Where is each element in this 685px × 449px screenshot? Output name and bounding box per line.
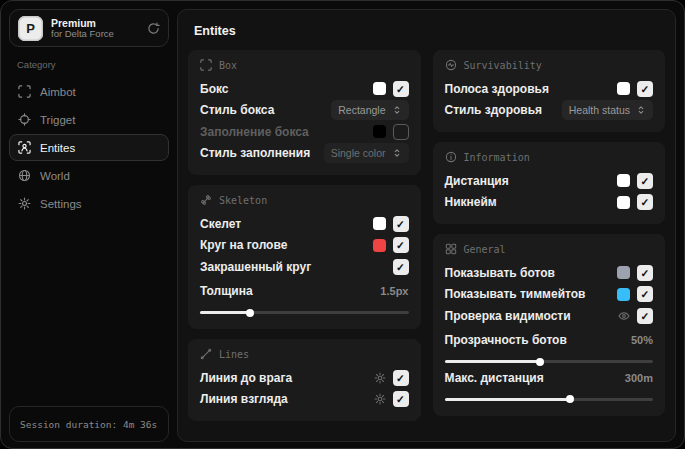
gear-icon[interactable]: [374, 372, 386, 384]
setting-row: Показывать тиммейтов ✓: [445, 284, 654, 306]
setting-row-slider: Толщина 1.5px: [200, 281, 409, 315]
setting-row: Проверка видимости ✓: [445, 305, 654, 327]
info-circle-icon: [445, 151, 457, 163]
setting-row: Стиль бокса Rectangle: [200, 100, 409, 122]
sidebar: P Premium for Delta Force Category Aimbo…: [1, 1, 177, 448]
setting-row: Бокс ✓: [200, 78, 409, 100]
setting-row-slider: Макс. дистанция 300m: [445, 367, 654, 401]
card-title: Skeleton: [219, 195, 267, 206]
sidebar-item-settings[interactable]: Settings: [9, 190, 169, 217]
gear-icon[interactable]: [374, 393, 386, 405]
bone-icon: [200, 194, 212, 206]
globe-icon: [18, 169, 31, 182]
viewfinder-icon: [200, 59, 212, 71]
sidebar-item-label: Aimbot: [40, 86, 76, 98]
eye-icon[interactable]: [618, 310, 630, 322]
health-style-select[interactable]: Health status: [562, 100, 653, 120]
checkbox[interactable]: ✓: [393, 370, 409, 386]
color-swatch[interactable]: [617, 288, 630, 301]
brand-subtitle: for Delta Force: [51, 29, 139, 40]
chevrons-up-down-icon: [392, 105, 402, 115]
card-title: Information: [464, 152, 530, 163]
setting-row: Дистанция ✓: [445, 170, 654, 192]
checkbox[interactable]: ✓: [637, 265, 653, 281]
setting-row: Заполнение бокса: [200, 121, 409, 143]
sidebar-item-label: Trigget: [40, 114, 75, 126]
bots-opacity-slider[interactable]: [445, 360, 654, 363]
chevrons-up-down-icon: [392, 148, 402, 158]
fill-style-select[interactable]: Single color: [324, 143, 409, 163]
sidebar-item-label: Settings: [40, 198, 82, 210]
slider-thumb[interactable]: [246, 309, 254, 317]
setting-row-slider: Прозрачность ботов 50%: [445, 330, 654, 364]
session-duration: Session duration: 4m 36s: [9, 406, 169, 442]
slider-value: 50%: [631, 334, 653, 346]
card-information: Information Дистанция ✓ Никнейм ✓: [433, 142, 666, 224]
card-survivability: Survivability Полоса здоровья ✓ Стиль зд…: [433, 50, 666, 132]
chevrons-up-down-icon: [636, 105, 646, 115]
grid-icon: [445, 243, 457, 255]
card-title: Lines: [219, 349, 249, 360]
card-skeleton: Skeleton Скелет ✓ Круг на голове ✓: [188, 185, 421, 329]
checkbox[interactable]: ✓: [637, 173, 653, 189]
color-swatch[interactable]: [373, 217, 386, 230]
brand-title: Premium: [51, 17, 139, 29]
refresh-icon[interactable]: [147, 22, 160, 35]
checkbox[interactable]: ✓: [637, 308, 653, 324]
main-panel: Entites Box Бокс: [177, 9, 676, 442]
sidebar-item-aimbot[interactable]: Aimbot: [9, 78, 169, 105]
setting-row: Закрашенный круг ✓: [200, 256, 409, 278]
max-distance-slider[interactable]: [445, 398, 654, 401]
checkbox[interactable]: [393, 124, 409, 140]
checkbox[interactable]: ✓: [393, 391, 409, 407]
app-window: P Premium for Delta Force Category Aimbo…: [0, 0, 685, 449]
person-scan-icon: [18, 141, 31, 154]
thickness-slider[interactable]: [200, 311, 409, 314]
box-style-select[interactable]: Rectangle: [331, 100, 408, 120]
gear-icon: [18, 197, 31, 210]
checkbox[interactable]: ✓: [637, 81, 653, 97]
category-label: Category: [17, 59, 177, 70]
card-title: General: [464, 244, 506, 255]
checkbox[interactable]: ✓: [637, 286, 653, 302]
sidebar-item-label: Entites: [40, 142, 75, 154]
sidebar-item-world[interactable]: World: [9, 162, 169, 189]
card-lines: Lines Линия до врага ✓: [188, 339, 421, 421]
color-swatch[interactable]: [617, 174, 630, 187]
card-box: Box Бокс ✓ Стиль бокса Rectangle: [188, 50, 421, 175]
sidebar-item-entites[interactable]: Entites: [9, 134, 169, 161]
crosshair-icon: [18, 113, 31, 126]
color-swatch[interactable]: [617, 266, 630, 279]
sidebar-item-label: World: [40, 170, 70, 182]
page-title: Entites: [194, 24, 665, 38]
card-title: Survivability: [464, 60, 542, 71]
card-general: General Показывать ботов ✓ Показывать ти…: [433, 234, 666, 416]
pulse-icon: [445, 59, 457, 71]
slider-thumb[interactable]: [536, 358, 544, 366]
viewfinder-icon: [18, 85, 31, 98]
setting-row: Линия взгляда ✓: [200, 389, 409, 411]
checkbox[interactable]: ✓: [393, 216, 409, 232]
checkbox[interactable]: ✓: [393, 259, 409, 275]
checkbox[interactable]: ✓: [393, 81, 409, 97]
brand-card: P Premium for Delta Force: [9, 9, 169, 47]
slider-value: 1.5px: [380, 285, 408, 297]
slider-thumb[interactable]: [566, 395, 574, 403]
color-swatch[interactable]: [617, 196, 630, 209]
slider-value: 300m: [625, 372, 653, 384]
color-swatch[interactable]: [617, 82, 630, 95]
checkbox[interactable]: ✓: [637, 194, 653, 210]
color-swatch[interactable]: [373, 82, 386, 95]
setting-row: Стиль заполнения Single color: [200, 143, 409, 165]
setting-row: Линия до врага ✓: [200, 367, 409, 389]
setting-row: Полоса здоровья ✓: [445, 78, 654, 100]
checkbox[interactable]: ✓: [393, 237, 409, 253]
setting-row: Показывать ботов ✓: [445, 262, 654, 284]
setting-row: Скелет ✓: [200, 213, 409, 235]
brand-logo: P: [18, 16, 43, 41]
color-swatch[interactable]: [373, 125, 386, 138]
setting-row: Никнейм ✓: [445, 192, 654, 214]
setting-row: Стиль здоровья Health status: [445, 100, 654, 122]
color-swatch[interactable]: [373, 239, 386, 252]
sidebar-item-trigget[interactable]: Trigget: [9, 106, 169, 133]
